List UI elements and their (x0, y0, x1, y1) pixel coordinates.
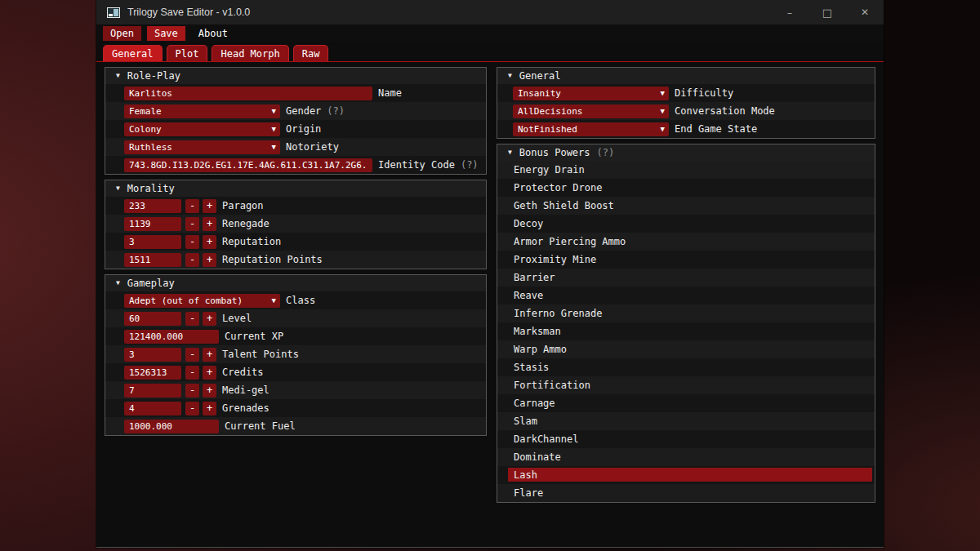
tabbar: General Plot Head Morph Raw (96, 42, 884, 62)
dropdown-arrow-icon: ▼ (272, 126, 276, 133)
list-item[interactable]: Inferno Grenade (497, 304, 875, 322)
list-item[interactable]: Reave (497, 287, 875, 304)
field-control[interactable]: 7 ▼ (124, 384, 181, 398)
field-control[interactable]: Adept (out of combat) ▼ (124, 294, 280, 308)
form-row: 1526313 ▼ - + Credits (105, 363, 486, 381)
form-row: 60 ▼ - + Level (105, 309, 486, 327)
minimize-button[interactable]: – (771, 0, 808, 24)
list-item[interactable]: Marksman (497, 322, 875, 340)
menu-item[interactable]: Open (103, 26, 141, 41)
decrement-button[interactable]: - (185, 348, 199, 362)
field-control[interactable]: 233 ▼ (124, 199, 181, 213)
decrement-button[interactable]: - (185, 384, 199, 398)
field-label: Class (286, 295, 315, 306)
list-item[interactable]: Carnage (497, 394, 875, 412)
dropdown-arrow-icon: ▼ (272, 297, 276, 304)
list-item[interactable]: Protector Drone (497, 179, 875, 197)
increment-button[interactable]: + (203, 199, 216, 213)
field-control[interactable]: Insanity ▼ (513, 87, 669, 100)
list-item[interactable]: Proximity Mine (497, 251, 875, 269)
list-item[interactable]: Barrier (497, 269, 875, 287)
field-control[interactable]: 1139 ▼ (124, 217, 181, 231)
field-label: Notoriety (286, 141, 339, 153)
field-label: Current Fuel (225, 420, 296, 432)
list-item[interactable]: Flare (497, 484, 875, 502)
field-control[interactable]: AllDecisions ▼ (513, 104, 669, 118)
menu-item[interactable]: About (191, 26, 235, 41)
decrement-button[interactable]: - (185, 217, 199, 231)
decrement-button[interactable]: - (185, 253, 199, 267)
form-rows: Adept (out of combat) ▼ - + Class 60 (105, 291, 486, 435)
field-control[interactable]: 60 ▼ (124, 312, 181, 326)
decrement-button[interactable]: - (185, 402, 199, 415)
power-label: Geth Shield Boost (514, 200, 614, 211)
list-item[interactable]: DarkChannel (497, 430, 875, 448)
increment-button[interactable]: + (203, 348, 216, 362)
field-control[interactable]: 1511 ▼ (124, 253, 181, 267)
list-item[interactable]: Warp Ammo (497, 340, 875, 358)
decrement-button[interactable]: - (185, 312, 199, 326)
decrement-button[interactable]: - (185, 199, 199, 213)
field-control[interactable]: NotFinished ▼ (513, 122, 669, 136)
list-item[interactable]: Stasis (497, 358, 875, 376)
list-item[interactable]: Slam (497, 412, 875, 430)
field-control[interactable]: 121400.000 ▼ (124, 330, 219, 344)
close-button[interactable]: ✕ (846, 0, 884, 24)
field-hint: (?) (461, 159, 479, 171)
tab[interactable]: Plot (167, 45, 208, 61)
list-item[interactable]: Decoy (497, 215, 875, 233)
tab[interactable]: General (103, 45, 163, 61)
field-label: Credits (222, 367, 264, 378)
list-item[interactable]: Geth Shield Boost (497, 197, 875, 215)
field-value: 1511 (129, 255, 151, 265)
collapse-icon: ▼ (508, 73, 512, 79)
tab[interactable]: Raw (293, 45, 329, 61)
increment-button[interactable]: + (203, 402, 216, 415)
power-label: Reave (514, 290, 543, 301)
field-control[interactable]: 4 ▼ (124, 402, 181, 415)
field-control[interactable]: Karlitos ▼ (124, 87, 372, 100)
field-control[interactable]: 1000.000 ▼ (124, 420, 219, 433)
list-item[interactable]: Fortification (497, 376, 875, 394)
menubar: Open Save About (96, 24, 884, 42)
field-control[interactable]: Female ▼ (124, 104, 280, 118)
field-control[interactable]: 743.8GD.I13.D2G.EG1.17E.4AG.611.C31.1A7.… (124, 158, 372, 172)
field-control[interactable]: 1526313 ▼ (124, 366, 181, 380)
decrement-button[interactable]: - (185, 235, 199, 249)
section-header-role-play[interactable]: ▼ Role-Play (105, 68, 486, 84)
list-item[interactable]: Energy Drain (497, 161, 875, 179)
panel-role-play: ▼ Role-Play Karlitos ▼ - + (105, 67, 487, 175)
list-item[interactable]: Armor Piercing Ammo (497, 233, 875, 251)
window-controls: – □ ✕ (771, 0, 884, 24)
field-value: Insanity (518, 88, 561, 99)
power-label: Marksman (514, 326, 561, 337)
section-header-bonus-powers[interactable]: ▼ Bonus Powers (?) (497, 144, 875, 161)
menu-item[interactable]: Save (147, 26, 185, 41)
power-label: Lash (514, 469, 537, 481)
list-item[interactable]: Lash (497, 466, 875, 484)
increment-button[interactable]: + (203, 366, 216, 380)
field-label: End Game State (675, 123, 757, 135)
power-label: Flare (514, 487, 543, 499)
panel-general: ▼ General Insanity ▼ - + (497, 67, 875, 139)
increment-button[interactable]: + (203, 384, 216, 398)
increment-button[interactable]: + (203, 235, 216, 249)
increment-button[interactable]: + (203, 217, 216, 231)
field-control[interactable]: Ruthless ▼ (124, 140, 280, 154)
increment-button[interactable]: + (203, 312, 216, 326)
field-control[interactable]: Colony ▼ (124, 122, 280, 136)
section-header-general[interactable]: ▼ General (497, 68, 875, 84)
list-item[interactable]: Dominate (497, 448, 875, 466)
tab[interactable]: Head Morph (212, 45, 288, 61)
maximize-button[interactable]: □ (808, 0, 846, 24)
field-control[interactable]: 3 ▼ (124, 348, 181, 362)
field-label: Difficulty (675, 87, 733, 99)
field-value: 4 (129, 403, 135, 414)
form-row: Colony ▼ - + Origin (105, 120, 486, 138)
section-header-morality[interactable]: ▼ Morality (105, 180, 486, 197)
field-control[interactable]: 3 ▼ (124, 235, 181, 249)
section-header-gameplay[interactable]: ▼ Gameplay (105, 275, 486, 291)
decrement-button[interactable]: - (185, 366, 199, 380)
collapse-icon: ▼ (116, 73, 120, 79)
increment-button[interactable]: + (203, 253, 216, 267)
